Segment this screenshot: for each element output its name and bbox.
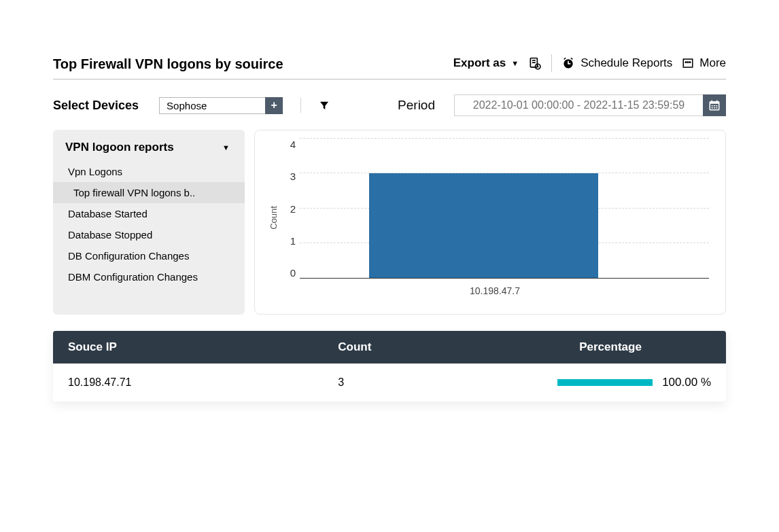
svg-rect-6 xyxy=(568,63,570,65)
caret-down-icon: ▼ xyxy=(222,144,230,152)
add-device-button[interactable]: + xyxy=(265,97,283,114)
sidebar-item-dbm-config-changes[interactable]: DBM Configuration Changes xyxy=(53,266,245,287)
data-table: Souce IP Count Percentage 10.198.47.71 3… xyxy=(53,331,726,402)
header-actions: Export as ▼ xyxy=(453,54,726,72)
page-header: Top Firewall VPN logons by souirce Expor… xyxy=(53,54,726,79)
percentage-text: 100.00 % xyxy=(662,376,711,389)
ytick: 3 xyxy=(290,171,296,182)
svg-rect-16 xyxy=(714,105,715,107)
cell-source-ip: 10.198.47.71 xyxy=(68,376,338,389)
cell-count: 3 xyxy=(338,376,518,389)
table-header: Souce IP Count Percentage xyxy=(53,331,726,363)
svg-point-10 xyxy=(690,62,691,63)
schedule-history-icon[interactable] xyxy=(528,56,542,70)
more-label: More xyxy=(699,56,726,70)
calendar-icon xyxy=(708,99,721,111)
chart-bar xyxy=(369,173,598,278)
chart-panel: Count 4 3 2 1 0 xyxy=(254,130,726,315)
select-devices-label: Select Devices xyxy=(53,99,139,113)
xtick: 10.198.47.7 xyxy=(470,285,520,296)
calendar-button[interactable] xyxy=(703,94,726,116)
plus-icon: + xyxy=(271,99,277,111)
sidebar-item-database-stopped[interactable]: Database Stopped xyxy=(53,224,245,245)
sidebar-item-database-started[interactable]: Database Started xyxy=(53,203,245,224)
device-select-group: Sophose + xyxy=(159,97,283,114)
page-title: Top Firewall VPN logons by souirce xyxy=(53,56,283,72)
chart-y-ticks: 4 3 2 1 0 xyxy=(281,139,300,279)
export-as-label: Export as xyxy=(453,56,506,70)
col-header-percentage: Percentage xyxy=(518,340,711,354)
col-header-source-ip: Souce IP xyxy=(68,340,338,354)
sidebar-group-title: VPN logoon reports xyxy=(65,141,174,154)
cell-percentage: 100.00 % xyxy=(518,376,711,389)
more-menu-icon xyxy=(682,57,694,69)
svg-point-9 xyxy=(688,62,689,63)
table-row[interactable]: 10.198.47.71 3 100.00 % xyxy=(53,363,726,402)
report-sidebar: VPN logoon reports ▼ Vpn Logons Top fire… xyxy=(53,130,245,315)
ytick: 2 xyxy=(290,203,296,215)
svg-rect-14 xyxy=(716,101,718,103)
svg-rect-15 xyxy=(712,105,713,107)
svg-rect-17 xyxy=(716,105,717,107)
schedule-reports-button[interactable]: Schedule Reports xyxy=(561,56,672,70)
bar-chart: 4 3 2 1 0 xyxy=(281,139,709,279)
svg-rect-12 xyxy=(710,102,719,104)
col-header-count: Count xyxy=(338,340,518,354)
filter-button[interactable] xyxy=(319,100,330,111)
schedule-reports-label: Schedule Reports xyxy=(581,56,672,70)
device-select[interactable]: Sophose xyxy=(159,97,265,114)
more-button[interactable]: More xyxy=(682,56,726,70)
svg-rect-18 xyxy=(712,107,713,109)
export-as-dropdown[interactable]: Export as ▼ xyxy=(453,56,519,70)
svg-rect-19 xyxy=(714,107,715,109)
chart-y-label: Count xyxy=(269,206,279,230)
controls-row: Select Devices Sophose + Period 2022-10-… xyxy=(53,94,726,116)
svg-rect-13 xyxy=(712,101,713,103)
caret-down-icon: ▼ xyxy=(511,60,519,67)
sidebar-item-db-config-changes[interactable]: DB Configuration Changes xyxy=(53,245,245,266)
ytick: 4 xyxy=(290,139,296,150)
ytick: 0 xyxy=(290,267,296,279)
svg-rect-20 xyxy=(716,107,717,109)
sidebar-group-header[interactable]: VPN logoon reports ▼ xyxy=(53,138,245,161)
alarm-clock-icon xyxy=(561,56,575,70)
divider xyxy=(551,54,552,72)
ytick: 1 xyxy=(290,235,296,247)
period-input[interactable]: 2022-10-01 00:00:00 - 2022-11-15 23:59:5… xyxy=(454,94,703,116)
chart-x-axis: 10.198.47.7 xyxy=(281,279,709,296)
period-input-group: 2022-10-01 00:00:00 - 2022-11-15 23:59:5… xyxy=(454,94,726,116)
divider xyxy=(300,98,301,113)
percentage-bar xyxy=(557,379,653,386)
period-label: Period xyxy=(398,98,435,113)
sidebar-item-top-firewall-vpn-logons[interactable]: Top firewall VPN logons b.. xyxy=(53,182,245,203)
sidebar-item-vpn-logons[interactable]: Vpn Logons xyxy=(53,161,245,182)
svg-point-8 xyxy=(686,62,687,63)
